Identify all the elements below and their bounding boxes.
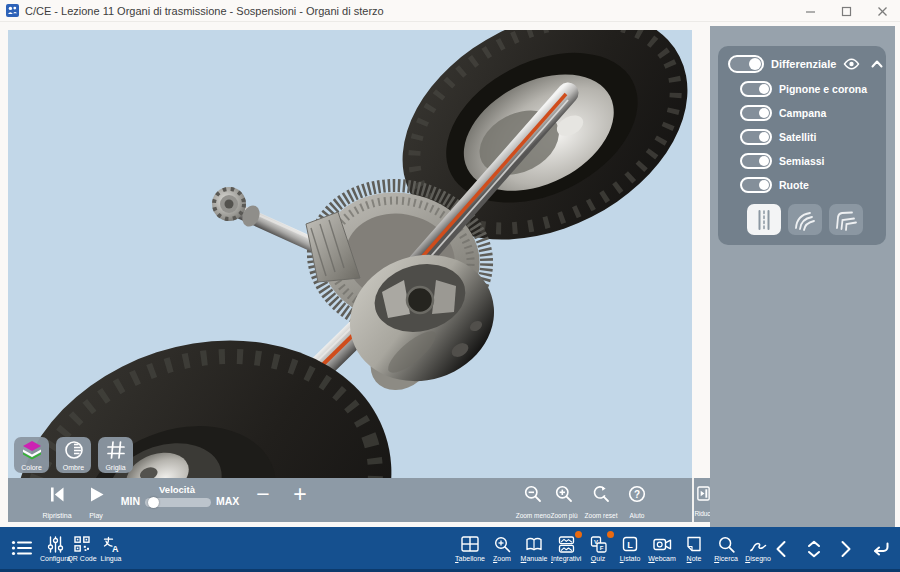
semiassi-toggle[interactable] (740, 153, 772, 169)
differenziale-label: Differenziale (771, 58, 836, 70)
svg-text:L: L (627, 540, 633, 550)
griglia-button[interactable]: Griglia (98, 437, 133, 473)
menu-button[interactable] (8, 539, 36, 557)
sidebar: Differenziale Pignone e corona Campana S… (710, 26, 895, 527)
configura-button[interactable]: Configura (40, 535, 70, 562)
manuale-button[interactable]: Manuale (519, 535, 549, 562)
svg-text:?: ? (634, 489, 640, 500)
quiz-label: Quiz (583, 555, 613, 562)
road-curve-button[interactable] (788, 204, 822, 235)
help-icon: ? (615, 484, 659, 504)
quiz-button[interactable]: VF Quiz (583, 535, 613, 562)
ricerca-label: Ricerca (711, 555, 741, 562)
integrativi-label: Integrativi (551, 555, 581, 562)
expand-vertical-icon[interactable] (806, 540, 822, 558)
campana-toggle[interactable] (740, 105, 772, 121)
quiz-badge (607, 531, 614, 538)
listato-button[interactable]: L Listato (615, 535, 645, 562)
window-controls (792, 0, 900, 22)
note-button[interactable]: Note (679, 535, 709, 562)
pinion-shaft[interactable] (212, 187, 360, 282)
note-label: Note (679, 555, 709, 562)
view-options: Colore Ombre Griglia (14, 437, 133, 473)
collapse-chevron-icon[interactable] (871, 60, 883, 68)
webcam-label: Webcam (647, 555, 677, 562)
toolbar-center: Tabellone Zoom Manuale Integrativi VF (455, 535, 773, 562)
speed-plus-button[interactable]: + (287, 481, 313, 508)
zoom-reset-label: Zoom reset (585, 512, 618, 519)
colore-button[interactable]: Colore (14, 437, 49, 473)
svg-text:F: F (599, 545, 603, 551)
magnifier-plus-icon (487, 535, 517, 553)
svg-text:A: A (111, 543, 118, 553)
video-camera-icon (647, 535, 677, 553)
webcam-button[interactable]: Webcam (647, 535, 677, 562)
layer-row-campana: Campana (740, 105, 876, 121)
satelliti-toggle[interactable] (740, 129, 772, 145)
previous-button[interactable] (775, 540, 787, 558)
open-book-icon (519, 535, 549, 553)
layer-row-differenziale: Differenziale (728, 55, 876, 73)
semiassi-label: Semiassi (779, 155, 876, 167)
ruote-toggle[interactable] (740, 177, 772, 193)
integrativi-button[interactable]: Integrativi (551, 535, 581, 562)
road-straight-button[interactable] (747, 204, 781, 235)
ripristina-label: Ripristina (42, 512, 71, 519)
campana-label: Campana (779, 107, 876, 119)
pen-icon (743, 535, 773, 553)
return-icon[interactable] (871, 540, 890, 558)
minimize-button[interactable] (792, 0, 828, 22)
qr-code-icon (67, 535, 97, 553)
ruote-label: Ruote (779, 179, 876, 191)
colore-label: Colore (14, 464, 49, 471)
main-toolbar: Configura QR Code A Lingua Tabellone Zoo… (0, 527, 900, 572)
skip-start-icon (42, 484, 72, 504)
window-title: C/CE - Lezione 11 Organi di trasmissione… (25, 5, 384, 17)
manuale-label: Manuale (519, 555, 549, 562)
aiuto-button[interactable]: ? Aiuto (615, 484, 659, 522)
close-button[interactable] (864, 0, 900, 22)
lingua-button[interactable]: A Lingua (96, 535, 126, 562)
layer-row-pignone: Pignone e corona (740, 81, 876, 97)
griglia-label: Griglia (98, 464, 133, 471)
zoom-in-label: Zoom più (550, 512, 577, 519)
speed-minus-button[interactable]: − (250, 481, 276, 508)
translate-icon: A (96, 535, 126, 553)
min-label: MIN (108, 495, 140, 507)
grid-icon (98, 440, 133, 460)
ombre-button[interactable]: Ombre (56, 437, 91, 473)
speed-slider[interactable] (145, 498, 211, 507)
disegno-label: Disegno (743, 555, 773, 562)
qr-code-button[interactable]: QR Code (67, 535, 97, 562)
next-button[interactable] (840, 540, 852, 558)
listato-label: Listato (615, 555, 645, 562)
speed-slider-knob[interactable] (148, 497, 159, 508)
play-label: Play (89, 512, 103, 519)
ricerca-button[interactable]: Ricerca (711, 535, 741, 562)
differenziale-toggle[interactable] (728, 55, 764, 73)
zoom-button[interactable]: Zoom (487, 535, 517, 562)
road-mode-buttons (747, 204, 876, 235)
disegno-button[interactable]: Disegno (743, 535, 773, 562)
title-bar: C/CE - Lezione 11 Organi di trasmissione… (0, 0, 900, 22)
lingua-label: Lingua (96, 555, 126, 562)
toolbar-navigation (775, 540, 890, 558)
pignone-toggle[interactable] (740, 81, 772, 97)
riduci-button[interactable]: Riduci (692, 478, 712, 522)
play-button[interactable]: Play (81, 484, 111, 522)
visibility-eye-icon[interactable] (843, 58, 860, 70)
grid-board-icon (455, 535, 485, 553)
road-sharp-curve-button[interactable] (829, 204, 863, 235)
true-false-cards-icon: VF (583, 535, 613, 553)
zoom-label: Zoom (487, 555, 517, 562)
viewport-3d[interactable]: Colore Ombre Griglia (8, 30, 692, 478)
app-icon (6, 4, 19, 17)
image-stack-icon (551, 535, 581, 553)
layers-color-icon (14, 440, 49, 460)
ripristina-button[interactable]: Ripristina (42, 484, 72, 522)
playback-bar: Ripristina Play Velocità MIN MAX − + Zoo… (8, 478, 692, 522)
maximize-button[interactable] (828, 0, 864, 22)
tabellone-button[interactable]: Tabellone (455, 535, 485, 562)
pignone-label: Pignone e corona (779, 83, 876, 95)
play-icon (81, 484, 111, 504)
